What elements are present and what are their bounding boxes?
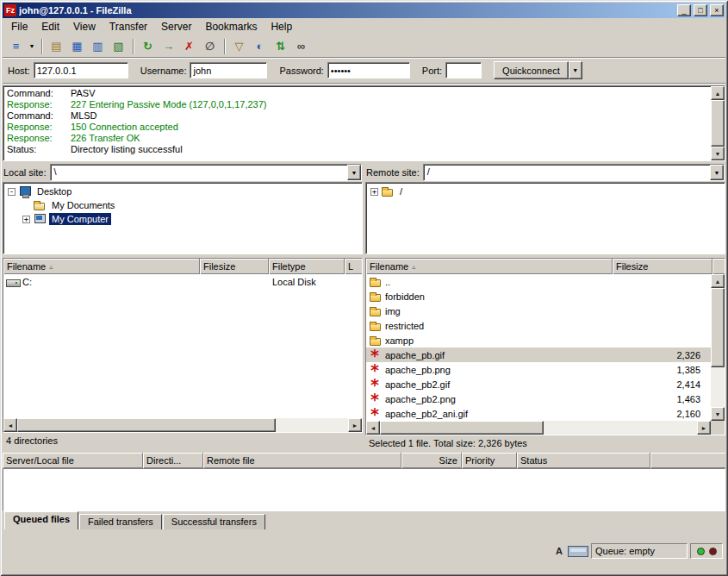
file-row[interactable]: apache_pb2_ani.gif 2,160: [366, 406, 711, 421]
cancel-icon[interactable]: ✗: [179, 37, 199, 55]
scroll-up-button[interactable]: ▲: [711, 86, 725, 100]
filezilla-logo-icon: Fz: [4, 4, 16, 16]
image-file-icon: [369, 393, 383, 405]
column-header-filetype[interactable]: Filetype: [269, 259, 345, 274]
quickconnect-button[interactable]: Quickconnect: [494, 61, 569, 79]
tree-expander[interactable]: +: [370, 188, 378, 196]
column-header-pad: [712, 259, 725, 274]
password-input[interactable]: [327, 62, 410, 78]
menu-item[interactable]: Edit: [34, 19, 66, 34]
activity-indicator-panel: [690, 543, 723, 559]
file-row[interactable]: ..: [366, 274, 711, 289]
column-header-last-modified[interactable]: L: [345, 259, 362, 274]
file-row[interactable]: C: Local Disk: [3, 274, 362, 289]
column-header-filename[interactable]: Filename ▵: [366, 259, 613, 274]
transfer-type-ascii-icon[interactable]: A: [553, 544, 565, 558]
log-line-text: 227 Entering Passive Mode (127,0,0,1,17,…: [71, 99, 266, 110]
remote-vertical-scrollbar[interactable]: ▲ ▼: [711, 274, 725, 421]
refresh-icon[interactable]: ↻: [138, 37, 158, 55]
message-log-toggle-icon[interactable]: ▤: [47, 37, 66, 55]
tree-item[interactable]: + /: [368, 185, 723, 198]
menu-item[interactable]: Transfer: [103, 19, 154, 34]
local-tree-toggle-icon[interactable]: ▦: [67, 37, 87, 55]
remote-horizontal-scrollbar[interactable]: ◄ ►: [366, 421, 711, 435]
queue-column-header[interactable]: Remote file: [203, 453, 401, 468]
sync-browsing-icon[interactable]: ⇅: [271, 37, 290, 55]
file-row[interactable]: apache_pb2.png 1,463: [366, 391, 711, 406]
disconnect-icon[interactable]: ∅: [200, 37, 220, 55]
tree-item[interactable]: + My Computer: [5, 212, 360, 226]
tree-expander[interactable]: +: [22, 216, 30, 223]
log-scrollbar[interactable]: ▲ ▼: [711, 86, 725, 160]
remote-tree-toggle-icon[interactable]: ▥: [88, 37, 108, 55]
file-row[interactable]: restricted: [366, 318, 711, 333]
port-input[interactable]: [445, 62, 482, 78]
queue-column-header[interactable]: Priority: [462, 453, 517, 468]
menu-item[interactable]: Bookmarks: [198, 19, 264, 34]
toolbar-separator: [41, 39, 43, 54]
scroll-down-button[interactable]: ▼: [711, 407, 725, 421]
scrollbar-thumb[interactable]: [380, 421, 544, 435]
site-manager-dropdown-button[interactable]: ▼: [27, 37, 37, 55]
host-label: Host:: [8, 66, 30, 76]
process-queue-icon[interactable]: →: [159, 37, 178, 55]
queue-column-header[interactable]: Directi...: [143, 453, 203, 468]
queue-status-panel: Queue: empty: [591, 543, 688, 559]
queue-tab[interactable]: Successful transfers: [163, 514, 265, 529]
tree-item[interactable]: My Documents: [5, 198, 360, 212]
close-button[interactable]: ×: [710, 4, 724, 16]
scrollbar-track[interactable]: [276, 418, 348, 432]
menu-item[interactable]: Server: [154, 19, 198, 34]
transfer-queue-toggle-icon[interactable]: ▧: [109, 37, 128, 55]
menu-item[interactable]: File: [4, 19, 34, 34]
queue-tab[interactable]: Queued files: [4, 511, 78, 529]
file-row[interactable]: apache_pb2.gif 2,414: [366, 377, 711, 391]
column-header-filesize[interactable]: Filesize: [200, 259, 269, 274]
local-horizontal-scrollbar[interactable]: ◄ ►: [3, 418, 362, 432]
file-row[interactable]: apache_pb.gif 2,326: [366, 347, 711, 362]
statusbar: A Queue: empty: [3, 529, 725, 574]
scrollbar-track[interactable]: [711, 367, 725, 407]
combo-dropdown-button[interactable]: ▼: [710, 165, 724, 180]
file-row[interactable]: forbidden: [366, 289, 711, 304]
username-input[interactable]: [190, 62, 267, 78]
scroll-up-button[interactable]: ▲: [711, 274, 725, 288]
combo-dropdown-button[interactable]: ▼: [347, 165, 361, 180]
quickconnect-dropdown-button[interactable]: ▼: [569, 61, 582, 79]
host-input[interactable]: [34, 62, 128, 78]
site-manager-icon[interactable]: ≡: [6, 37, 26, 55]
scroll-left-button[interactable]: ◄: [366, 421, 380, 435]
column-header-filename[interactable]: Filename ▵: [3, 259, 200, 274]
menu-item[interactable]: Help: [264, 19, 299, 34]
scrollbar-thumb[interactable]: [711, 288, 725, 367]
scrollbar-track[interactable]: [544, 421, 697, 435]
maximize-button[interactable]: □: [694, 4, 707, 16]
scroll-down-button[interactable]: ▼: [711, 147, 725, 160]
minimize-button[interactable]: _: [677, 4, 691, 16]
queue-column-header[interactable]: Size: [401, 453, 462, 468]
queue-column-header[interactable]: Status: [517, 453, 650, 468]
file-row[interactable]: xampp: [366, 333, 711, 347]
filezilla-window: Fz john@127.0.0.1 - FileZilla _□× FileEd…: [0, 0, 728, 576]
tree-item[interactable]: - Desktop: [5, 185, 360, 198]
scroll-left-button[interactable]: ◄: [3, 418, 17, 432]
scroll-right-button[interactable]: ►: [697, 421, 711, 435]
menu-item[interactable]: View: [66, 19, 103, 34]
file-row[interactable]: apache_pb.png 1,385: [366, 362, 711, 377]
remote-site-combobox[interactable]: / ▼: [423, 164, 725, 181]
tree-item-label: My Documents: [49, 199, 117, 211]
local-site-combobox[interactable]: \ ▼: [50, 164, 362, 181]
directory-filter-icon[interactable]: ▽: [229, 37, 249, 55]
queue-tab[interactable]: Failed transfers: [79, 514, 162, 529]
file-row[interactable]: img: [366, 304, 711, 318]
find-files-icon[interactable]: ∞: [291, 37, 311, 55]
scrollbar-thumb[interactable]: [17, 418, 276, 432]
log-line-text: MLSD: [71, 110, 97, 122]
scrollbar-thumb[interactable]: [711, 100, 725, 147]
queue-column-header[interactable]: Server/Local file: [3, 453, 143, 468]
column-header-filesize[interactable]: Filesize: [613, 259, 712, 274]
directory-comparison-icon[interactable]: ◐: [250, 37, 270, 55]
remote-directory-tree: + /: [365, 182, 725, 254]
scroll-right-button[interactable]: ►: [348, 418, 362, 432]
tree-expander[interactable]: -: [8, 188, 16, 196]
